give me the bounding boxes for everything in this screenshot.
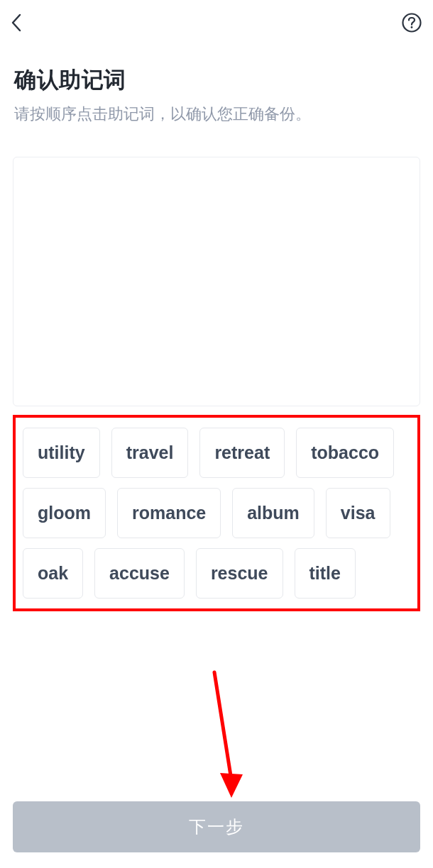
word-chip-rescue[interactable]: rescue bbox=[196, 548, 283, 599]
selected-words-area[interactable] bbox=[13, 157, 420, 406]
svg-line-2 bbox=[214, 672, 231, 780]
svg-marker-3 bbox=[220, 773, 243, 798]
page-title: 确认助记词 bbox=[14, 65, 419, 95]
annotation-arrow-icon bbox=[199, 667, 263, 811]
page-subtitle: 请按顺序点击助记词，以确认您正确备份。 bbox=[14, 102, 419, 126]
word-chip-retreat[interactable]: retreat bbox=[199, 428, 285, 478]
word-chip-accuse[interactable]: accuse bbox=[94, 548, 185, 599]
word-chip-visa[interactable]: visa bbox=[326, 488, 390, 538]
word-chip-album[interactable]: album bbox=[232, 488, 314, 538]
word-chip-travel[interactable]: travel bbox=[111, 428, 189, 478]
back-icon[interactable] bbox=[6, 11, 28, 34]
word-chip-romance[interactable]: romance bbox=[117, 488, 221, 538]
word-chip-oak[interactable]: oak bbox=[23, 548, 83, 599]
word-chip-title[interactable]: title bbox=[295, 548, 356, 599]
word-chip-tobacco[interactable]: tobacco bbox=[296, 428, 394, 478]
next-button[interactable]: 下一步 bbox=[13, 801, 420, 852]
mnemonic-word-grid: utility travel retreat tobacco gloom rom… bbox=[13, 415, 420, 611]
word-chip-utility[interactable]: utility bbox=[23, 428, 100, 478]
word-chip-gloom[interactable]: gloom bbox=[23, 488, 106, 538]
help-icon[interactable] bbox=[399, 10, 424, 35]
svg-point-1 bbox=[411, 26, 413, 28]
